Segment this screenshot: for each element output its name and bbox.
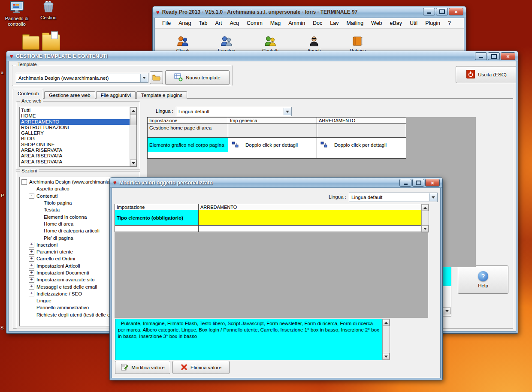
scroll-down-icon[interactable] (443, 308, 451, 314)
template-combobox[interactable]: Archimania Design (www.archimania.net) (16, 73, 148, 83)
close-button[interactable]: × (449, 8, 463, 15)
maximize-button[interactable] (488, 52, 500, 60)
tab[interactable]: File aggiuntivi (96, 91, 136, 99)
row-tipo-elemento[interactable]: Tipo elemento (obbligatorio) (115, 210, 199, 226)
maximize-button[interactable] (436, 8, 448, 15)
column-header[interactable]: ARREDAMENTO (199, 204, 422, 210)
chevron-down-icon[interactable] (429, 193, 437, 201)
menu-item[interactable]: Mag (266, 19, 284, 27)
tree-expand-icon[interactable]: - (21, 179, 27, 185)
tree-expand-icon[interactable]: - (29, 193, 34, 199)
scroll-down-icon[interactable] (383, 353, 390, 360)
tree-expand-icon[interactable]: + (29, 249, 34, 255)
column-header[interactable]: Imp.generica (228, 118, 317, 124)
close-button[interactable]: × (425, 179, 440, 187)
aree-web-item[interactable]: SHOP ONLINE (20, 142, 130, 148)
toolbar-fornitori[interactable]: Fornitori (205, 29, 248, 53)
column-header[interactable]: Impostazione (148, 118, 228, 124)
tree-expand-icon[interactable]: + (29, 291, 34, 296)
aree-web-item[interactable]: BLOG (20, 136, 130, 142)
aree-web-item[interactable]: ARREDAMENTO (20, 119, 130, 125)
scroll-down-icon[interactable] (130, 160, 136, 166)
ready-pro-titlebar[interactable]: ♥ Ready Pro 2013 - V15.1.0 - Archimania … (153, 6, 466, 18)
tree-expand-icon[interactable]: + (29, 277, 34, 283)
folder-icon[interactable] (22, 36, 39, 50)
tab[interactable]: Template e plugins (136, 91, 187, 99)
menu-item[interactable]: Ammin (284, 19, 309, 27)
chevron-down-icon[interactable] (284, 108, 291, 115)
empty-cell (148, 152, 228, 159)
tree-expand-icon[interactable]: + (29, 284, 34, 289)
menu-item[interactable]: Util (406, 19, 421, 27)
menu-item[interactable]: File (158, 19, 175, 27)
tree-expand-icon[interactable]: + (29, 242, 34, 247)
menu-item[interactable]: Comm (243, 19, 266, 27)
tab[interactable]: Gestione aree web (44, 91, 95, 99)
menu-item[interactable]: Art (212, 19, 226, 27)
aree-web-item[interactable]: AREA RISERVATA (20, 148, 130, 153)
setting-value-cell[interactable] (317, 124, 406, 138)
toolbar-clienti[interactable]: Clienti (161, 29, 205, 53)
desktop-icon-control-panel[interactable]: Pannello di controllo (0, 1, 33, 27)
setting-row-home-page[interactable]: Gestione home page di area (148, 124, 228, 138)
aree-web-item[interactable]: AREA RISERVATA (20, 153, 130, 159)
nuovo-template-button[interactable]: Nuovo template (165, 70, 230, 85)
menu-item[interactable]: Lav (326, 19, 342, 27)
menu-item[interactable]: ? (444, 19, 455, 27)
help-button[interactable]: ? Help (458, 265, 508, 294)
menu-item[interactable]: Acq (226, 19, 243, 27)
menu-item[interactable]: Plugin (421, 19, 444, 27)
menu-item[interactable]: Doc (309, 19, 326, 27)
tab[interactable]: Contenuti (13, 89, 43, 99)
setting-value-cell[interactable]: Doppio click per dettagli (317, 138, 406, 152)
aree-web-item[interactable]: HOME (20, 113, 130, 119)
scrollbar-thumb[interactable] (130, 114, 136, 125)
column-header[interactable]: Impostazione (115, 204, 199, 210)
menu-item[interactable]: Tab (195, 19, 211, 27)
maximize-button[interactable] (412, 179, 424, 187)
desktop-icon-recycle-bin[interactable]: Cestino (33, 0, 63, 21)
minimize-button[interactable] (475, 52, 487, 60)
aree-web-item[interactable]: RISTRUTTURAZIONI (20, 125, 130, 130)
toolbar-contatti[interactable]: Contatti (248, 29, 292, 53)
aree-web-item[interactable]: AREA RISERVATA (20, 159, 130, 165)
uscita-esc-button[interactable]: Uscita (ESC) (456, 66, 516, 83)
value-table-scrollbar[interactable] (421, 204, 429, 232)
tree-expand-icon[interactable]: + (29, 270, 34, 276)
dialog-titlebar[interactable]: ♥ Modifica valori oggetto personalizzato… (110, 178, 442, 188)
minimize-button[interactable] (399, 179, 411, 187)
menu-item[interactable]: Web (367, 19, 386, 27)
scroll-up-icon[interactable] (130, 107, 136, 114)
aree-web-item[interactable]: GALLERY (20, 130, 130, 136)
menu-item[interactable]: Anag (175, 19, 195, 27)
menu-item[interactable]: Mailing (342, 19, 367, 27)
scroll-up-icon[interactable] (383, 319, 390, 326)
scroll-up-icon[interactable] (422, 204, 429, 211)
setting-value-cell[interactable] (228, 124, 317, 138)
tree-expand-icon[interactable]: + (29, 263, 34, 268)
tipo-elemento-value-cell[interactable] (199, 210, 422, 226)
modifica-valore-button[interactable]: Modifica valore (115, 361, 170, 374)
folder-icon[interactable] (42, 34, 60, 51)
open-template-folder-button[interactable] (150, 71, 163, 84)
setting-value-cell[interactable]: Doppio click per dettagli (228, 138, 317, 152)
setting-row-elemento-grafico[interactable]: Elemento grafico nel corpo pagina (148, 138, 228, 152)
elimina-valore-button[interactable]: Elimina valore (172, 361, 230, 374)
aree-web-item[interactable]: Tutti (20, 108, 130, 113)
minimize-button[interactable] (423, 8, 435, 15)
close-button[interactable]: × (501, 52, 515, 60)
scrollbar-peek[interactable] (443, 286, 451, 317)
column-header[interactable]: ARREDAMENTO (317, 118, 406, 124)
scroll-down-icon[interactable] (422, 225, 429, 232)
menu-item[interactable]: eBay (386, 19, 406, 27)
gestione-titlebar[interactable]: ♥ GESTIONE TEMPLATE E CONTENUTI × (6, 51, 518, 61)
aree-web-scrollbar[interactable] (130, 107, 136, 166)
tree-expand-icon[interactable]: + (29, 256, 34, 262)
chevron-down-icon[interactable] (140, 74, 148, 82)
infobox-scrollbar[interactable] (382, 319, 390, 360)
lingua-combobox[interactable]: Lingua default (349, 193, 438, 202)
lingua-combobox[interactable]: Lingua default (176, 107, 292, 116)
empty-cell (115, 226, 199, 232)
toolbar-rubrica[interactable]: Rubrica (336, 29, 380, 53)
toolbar-agenti[interactable]: Agenti (292, 29, 336, 53)
